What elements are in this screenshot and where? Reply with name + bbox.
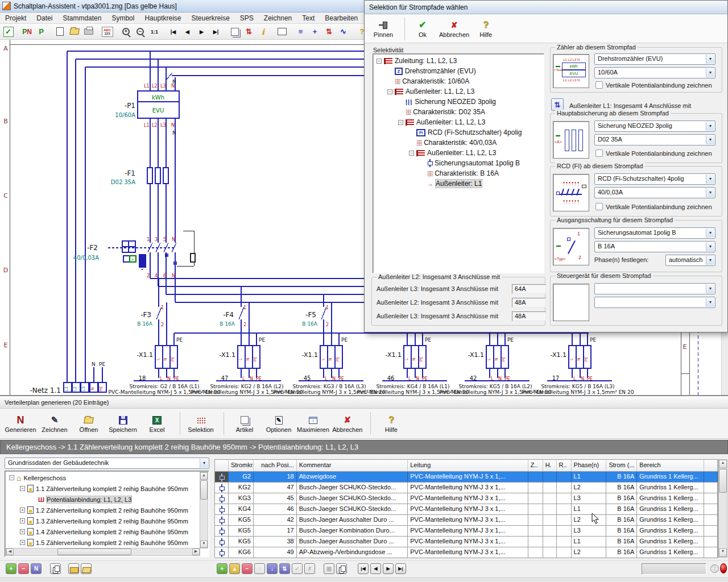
table-row[interactable]: KG542Busch-Jaeger Ausschalter Duro ...PV… (215, 515, 718, 526)
help-button[interactable]: ?Hilfe (375, 410, 407, 436)
zoom-out-button[interactable]: − (133, 25, 147, 39)
text-abc123-button[interactable] (100, 25, 114, 39)
first-page-button[interactable]: |◀ (166, 25, 180, 39)
building-tree-item-3[interactable]: +1.2 Zählerverteilung komplett 2 reihig … (6, 505, 200, 516)
collapse-toggle[interactable]: − (20, 486, 25, 491)
footer-nav-prev-button[interactable]: ◀ (370, 563, 381, 574)
table-row[interactable]: KG446Busch-Jaeger SCHUKO-Steckdo...PVC-M… (215, 504, 718, 515)
footer-row-top-button[interactable]: ▲ (229, 563, 240, 574)
main-fuse-vertical-potential-checkbox[interactable] (595, 149, 603, 157)
selectivity-tree-item-11[interactable]: Charakteristik: B 16A (373, 168, 544, 178)
ok-button[interactable]: ✔Ok (410, 16, 436, 41)
main-fuse-type-select[interactable]: Sicherung NEOZED 3polig▾ (594, 120, 715, 132)
zoom-in-button[interactable]: + (119, 25, 133, 39)
column-header-phase-n[interactable]: Phase(n) (572, 460, 607, 471)
curve-tool-button[interactable]: ∿ (336, 25, 350, 39)
selectivity-tree-item-10[interactable]: Sicherungsautomat 1polig B (373, 158, 544, 168)
table-row[interactable]: KG649AP-Abzweig-/Verbindungsdose ...PVC-… (215, 547, 718, 558)
print-button[interactable] (81, 25, 96, 39)
column-header-r[interactable]: R.. (557, 460, 572, 471)
save-button[interactable]: Speichern (107, 410, 139, 436)
footer-nav-first-button[interactable]: |◀ (358, 563, 369, 574)
prev-page-button[interactable]: ◀ (180, 25, 195, 39)
column-header-kommentar[interactable]: Kommentar (297, 460, 408, 471)
zoom-1to1-button[interactable]: 1:1 (147, 25, 162, 39)
control-type-select[interactable]: ▾ (594, 283, 715, 294)
tree-horizontal-scrollbar[interactable]: ◀ ▶ (6, 548, 200, 556)
info-button[interactable]: i (256, 25, 270, 39)
conductor-updown-button[interactable]: ⇅ (551, 98, 564, 111)
pin-button[interactable]: Pinnen (370, 16, 396, 41)
column-header-strom[interactable]: Strom (... (606, 460, 637, 471)
symbol-table-button[interactable] (275, 25, 289, 39)
last-page-button[interactable]: ▶| (209, 25, 223, 39)
column-header-z[interactable]: Z.. (528, 460, 543, 471)
app-check-button[interactable]: ✓ (1, 25, 15, 39)
meter-type-select[interactable]: Drehstromzähler (EVU)▾ (594, 53, 715, 65)
footer-row-remove-button[interactable]: − (242, 563, 253, 574)
move-updown-button[interactable]: ⇅ (322, 25, 336, 39)
footer-folder-closed-button[interactable] (68, 563, 79, 574)
phase-select[interactable]: automatisch▾ (665, 255, 715, 266)
cancel-button[interactable]: ✘Abbrechen (332, 410, 363, 436)
table-row[interactable]: KG345Busch-Jaeger SCHUKO-Steckdo...PVC-M… (215, 493, 718, 504)
expand-toggle[interactable]: + (20, 508, 25, 513)
selectivity-tree-item-0[interactable]: −Zuleitung: L1, L2, L3 (373, 56, 544, 66)
expand-toggle[interactable]: + (20, 529, 25, 534)
table-vertical-scrollbar[interactable]: ▲ ▼ (718, 459, 727, 558)
table-row[interactable]: KG538Busch-Jaeger Ausschalter Duro ...PV… (215, 537, 718, 547)
selectivity-tree-item-4[interactable]: Sicherung NEOZED 3polig (373, 97, 544, 107)
excel-button[interactable]: XExcel (141, 410, 173, 436)
open-button[interactable]: Öffnen (73, 410, 105, 436)
footer-nav-last-button[interactable]: ▶| (395, 563, 406, 574)
menu-item-text[interactable]: Text (297, 13, 320, 23)
footer-row-apply-button[interactable]: ✓ (292, 563, 303, 574)
selectivity-tree-item-6[interactable]: −Außenleiter: L1, L2, L3 (373, 117, 544, 127)
meter-vertical-potential-checkbox[interactable] (595, 81, 603, 89)
rcd-type-select[interactable]: RCD (Fi-Schutzschalter) 4polig▾ (594, 173, 715, 185)
selectivity-tree-item-9[interactable]: −Außenleiter: L1, L2, L3 (373, 148, 544, 158)
options-button[interactable]: ✎Optionen (263, 410, 295, 436)
collapse-toggle[interactable]: − (409, 151, 414, 156)
menu-item-sps[interactable]: SPS (235, 13, 259, 23)
main-fuse-rating-select[interactable]: D02 35A▾ (594, 134, 715, 146)
potential-lines-button[interactable]: ≡ (293, 25, 308, 39)
expand-toggle[interactable]: + (20, 540, 25, 545)
new-document-button[interactable] (53, 25, 67, 39)
generate-button[interactable]: NGenerieren (5, 410, 36, 436)
building-tree-item-6[interactable]: +1.5 Zählerverteilung komplett 2 reihig … (6, 537, 200, 548)
output-type-select[interactable]: Sicherungsautomat 1polig B▾ (594, 227, 715, 239)
rcd-rating-select[interactable]: 40/0,03A▾ (594, 187, 715, 198)
meter-rating-select[interactable]: 10/60A▾ (594, 67, 715, 78)
expand-toggle[interactable]: + (20, 518, 25, 523)
footer-folder-open-button[interactable] (81, 563, 92, 574)
table-row[interactable]: KG247Busch-Jaeger SCHUKO-Steckdo...PVC-M… (215, 483, 718, 493)
tree-vertical-scrollbar[interactable]: ▲ ▼ (200, 472, 208, 548)
footer-row-swap-button[interactable]: ⇅ (279, 563, 290, 574)
collapse-toggle[interactable]: − (387, 89, 392, 94)
footer-nav-next-button[interactable]: ▶ (383, 563, 394, 574)
menu-item-datei[interactable]: Datei (31, 13, 57, 23)
footer-delete-entry-button[interactable]: − (18, 563, 29, 574)
building-tree-item-2[interactable]: Potentialanbindung: L1, L2, L3 (6, 494, 200, 505)
table-row[interactable]: G218AbzweigdosePVC-Mantelleitung NYM-J 5… (215, 472, 718, 483)
footer-copy-entry-button[interactable] (50, 563, 61, 574)
footer-row-grid-button[interactable]: ▦ (324, 563, 334, 574)
sheet-updown-button[interactable]: ⇅ (242, 25, 256, 39)
column-header-bereich[interactable]: Bereich (637, 460, 704, 471)
output-rating-select[interactable]: B 16A▾ (594, 241, 715, 252)
open-folder-button[interactable] (67, 25, 81, 39)
menu-item-hauptkreise[interactable]: Hauptkreise (139, 13, 186, 23)
building-tree-item-0[interactable]: −Kellergeschoss (6, 472, 200, 483)
maximize-button[interactable]: ↑Maximieren (297, 410, 329, 436)
column-header-nach-posi[interactable]: nach Posi... (254, 460, 297, 471)
selectivity-tree-item-2[interactable]: Charakteristik: 10/60A (373, 76, 544, 86)
building-tree-item-1[interactable]: −1.1 Zählerverteilung komplett 2 reihig … (6, 483, 200, 494)
draw-button[interactable]: ✎Zeichnen (39, 410, 71, 436)
selectivity-tree-item-7[interactable]: RCD (Fi-Schutzschalter) 4polig (373, 127, 544, 138)
footer-row-down-button[interactable]: ↓ (267, 563, 278, 574)
selection-button[interactable]: Selektion (185, 410, 217, 436)
table-row[interactable]: KG517Busch-Jaeger Kombination Duro...PVC… (215, 526, 718, 537)
footer-row-discard-button[interactable]: ✗ (304, 563, 315, 574)
column-header-c0[interactable] (215, 460, 229, 471)
